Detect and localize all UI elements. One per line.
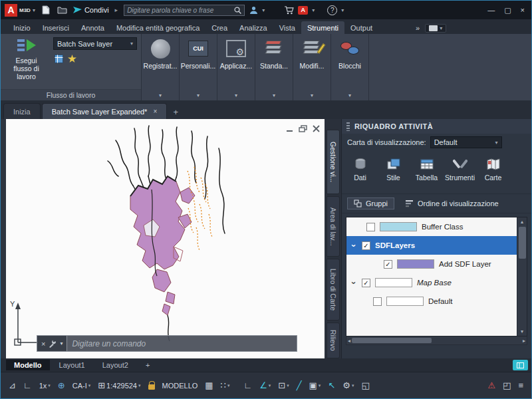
tab-overflow-icon[interactable]: »: [416, 24, 420, 34]
tab-annota[interactable]: Annota: [75, 21, 110, 34]
command-input[interactable]: [67, 339, 297, 348]
chevron-down-icon[interactable]: ▾: [312, 7, 315, 13]
lod-scale-button[interactable]: 1x▾: [37, 380, 53, 392]
personalizzazione-button[interactable]: CUI Personali...: [180, 34, 217, 90]
viewport-restore-icon[interactable]: [299, 123, 307, 135]
display-map-select[interactable]: Default▾: [430, 136, 502, 148]
interface-lock-button[interactable]: [146, 379, 158, 392]
tab-layout1[interactable]: Layout1: [51, 360, 93, 370]
tab-modifica-entita-geografica[interactable]: Modifica entità geografica: [110, 21, 205, 34]
map-scale-button[interactable]: ⊞1:429524▾: [95, 379, 143, 392]
command-line[interactable]: × ▾: [37, 335, 297, 352]
tab-layout2[interactable]: Layout2: [94, 360, 136, 370]
stile-button[interactable]: Stile: [378, 155, 409, 192]
tab-output[interactable]: Output: [344, 21, 378, 34]
layer-row-buffer-class[interactable]: Buffer Class: [346, 217, 517, 236]
horizontal-scrollbar[interactable]: ◂ ▸: [346, 336, 527, 345]
sidetab-gestione-visualizzazione[interactable]: Gestione vi...: [327, 130, 340, 194]
new-workflow-icon[interactable]: [68, 55, 76, 63]
sidetab-rilievo[interactable]: Rilievo: [327, 323, 340, 358]
cart-icon[interactable]: [284, 6, 294, 15]
open-folder-icon[interactable]: [57, 5, 68, 15]
registrazione-button[interactable]: Registrat...: [142, 34, 179, 90]
manage-workflow-icon[interactable]: [55, 55, 63, 63]
autodesk-access-icon[interactable]: A: [298, 6, 308, 15]
snap-mode-button[interactable]: ∷▾: [218, 379, 233, 392]
tab-vista[interactable]: Vista: [273, 21, 301, 34]
collapse-icon[interactable]: ›: [349, 279, 359, 286]
standard-button[interactable]: Standa...: [255, 34, 293, 90]
start-tab[interactable]: Inizia: [3, 103, 41, 119]
new-drawing-tab-button[interactable]: +: [168, 104, 183, 119]
layer-row-add-sdf-layer[interactable]: ✓ Add SDF Layer: [346, 255, 517, 273]
tab-inserisci[interactable]: Inserisci: [37, 21, 75, 34]
qat-expand-icon[interactable]: ▸: [115, 7, 118, 13]
drafting-settings-button[interactable]: ⊿: [6, 379, 19, 392]
applicazioni-button[interactable]: ⚙ Applicaz...: [217, 34, 255, 90]
selection-cycling-button[interactable]: ↖: [325, 379, 338, 392]
panel-expand-icon[interactable]: ▾: [311, 90, 313, 100]
ortho-mode-button[interactable]: ∟: [241, 379, 255, 392]
groups-button[interactable]: Gruppi: [347, 198, 394, 209]
chevron-down-icon[interactable]: ▾: [341, 7, 344, 13]
workflow-combobox[interactable]: Batch Save layer▾: [53, 37, 137, 50]
layer-checkbox[interactable]: [373, 297, 382, 306]
collapse-icon[interactable]: ›: [349, 242, 359, 249]
taskpane-header[interactable]: RIQUADRO ATTIVITÀ: [342, 119, 531, 134]
layer-row-map-base[interactable]: › ✓ Map Base: [346, 273, 517, 292]
scrollbar-thumb[interactable]: [352, 338, 432, 343]
layer-checkbox[interactable]: [366, 223, 375, 231]
search-input[interactable]: [127, 7, 231, 14]
performance-warning-button[interactable]: ⚠: [485, 379, 498, 392]
grid-display-button[interactable]: ▦: [202, 379, 215, 392]
tab-modello[interactable]: Modello: [6, 360, 50, 370]
tab-inizio[interactable]: Inizio: [7, 21, 37, 34]
panel-expand-icon[interactable]: ▾: [197, 90, 200, 100]
annotation-visibility-button[interactable]: ▣▾: [307, 379, 324, 392]
close-command-icon[interactable]: ×: [41, 340, 45, 348]
app-menu-button[interactable]: A M3D ▾: [5, 4, 35, 17]
vertical-scrollbar[interactable]: ▴ ▾: [517, 217, 527, 336]
recent-commands-icon[interactable]: ▾: [60, 340, 63, 346]
tab-crea[interactable]: Crea: [205, 21, 233, 34]
help-icon[interactable]: ?: [327, 5, 337, 15]
status-menu-button[interactable]: ≡: [515, 379, 526, 392]
close-button[interactable]: ×: [521, 6, 525, 14]
sidetab-libro-di-carte[interactable]: Libro di Carte: [327, 259, 340, 321]
close-tab-icon[interactable]: ×: [153, 108, 157, 115]
isolate-objects-button[interactable]: ◱: [358, 379, 372, 392]
panel-expand-icon[interactable]: ▾: [159, 90, 162, 100]
snap-angle-button[interactable]: ∟: [21, 379, 35, 392]
layer-row-sdflayers[interactable]: › ✓ SDFLayers: [346, 236, 517, 255]
scrollbar-thumb[interactable]: [519, 227, 526, 259]
layer-checkbox[interactable]: ✓: [362, 279, 370, 287]
coordinate-system-button[interactable]: CA-I▾: [70, 380, 94, 392]
layer-checkbox[interactable]: ✓: [384, 260, 392, 269]
tab-strumenti[interactable]: Strumenti: [301, 21, 344, 34]
layer-row-default[interactable]: Default: [346, 292, 517, 311]
grip-icon[interactable]: [346, 122, 350, 131]
tabella-button[interactable]: Tabella: [411, 155, 442, 192]
modifica-button[interactable]: Modifi...: [293, 34, 331, 90]
panel-expand-icon[interactable]: ▾: [273, 90, 275, 100]
viewport-close-icon[interactable]: [312, 123, 321, 135]
drawing-tab-active[interactable]: Batch Save Layer Expanded* ×: [42, 103, 168, 119]
customize-wrench-icon[interactable]: [49, 340, 57, 348]
customization-button[interactable]: ⚙▾: [340, 379, 356, 392]
object-snap-button[interactable]: ⊡▾: [275, 379, 291, 392]
panel-expand-icon[interactable]: ▾: [348, 90, 351, 100]
taskpane-toggle-button[interactable]: [513, 360, 528, 370]
model-space-button[interactable]: MODELLO: [160, 380, 201, 392]
clean-screen-button[interactable]: ◰: [500, 379, 513, 392]
geolocation-button[interactable]: ⊕: [55, 379, 68, 392]
draw-order-button[interactable]: Ordine di visualizzazione: [401, 198, 503, 209]
carte-button[interactable]: Carte: [477, 155, 509, 192]
drawing-canvas[interactable]: Y × ▾: [6, 119, 325, 358]
sidetab-area-di-lavoro[interactable]: Area di lav...: [327, 196, 340, 257]
maximize-button[interactable]: ▢: [504, 6, 511, 15]
chevron-down-icon[interactable]: ▾: [262, 7, 265, 13]
panel-expand-icon[interactable]: ▾: [235, 90, 237, 100]
tab-analizza[interactable]: Analizza: [233, 21, 273, 34]
search-icon[interactable]: [234, 7, 241, 14]
share-button[interactable]: Condivi: [73, 6, 109, 14]
